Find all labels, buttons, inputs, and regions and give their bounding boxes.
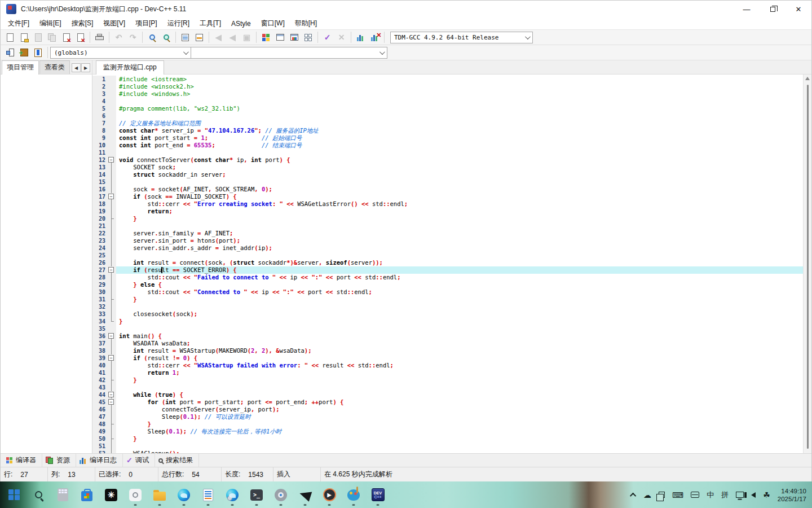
fold-gutter (107, 112, 116, 120)
syntax-check-button[interactable]: ✓ (320, 31, 334, 44)
menu-astyle[interactable]: AStyle (226, 19, 256, 29)
touchpad-icon[interactable] (691, 492, 699, 498)
tab-resources[interactable]: 资源 (42, 454, 76, 467)
code-line: 37 WSADATA wsaData; (92, 340, 803, 347)
menu-search[interactable]: 搜索[S] (67, 17, 99, 29)
start-button[interactable] (7, 485, 21, 505)
fold-collapse-icon[interactable]: − (107, 391, 116, 398)
forward-button[interactable]: ◀ (226, 31, 240, 44)
line-number: 31 (92, 296, 107, 303)
replace-button[interactable] (159, 31, 173, 44)
menu-window[interactable]: 窗口[W] (256, 17, 290, 29)
menu-view[interactable]: 视图[V] (98, 17, 130, 29)
fold-collapse-icon[interactable]: − (107, 332, 116, 340)
line-number: 25 (92, 252, 107, 259)
scrollbar-thumb[interactable] (807, 85, 809, 449)
minimize-button[interactable]: — (734, 1, 760, 17)
keyboard-icon[interactable]: ⌨ (672, 491, 683, 499)
scroll-up-arrow-icon[interactable] (805, 77, 810, 80)
menu-file[interactable]: 文件[F] (3, 17, 34, 29)
compiler-select[interactable]: TDM-GCC 4.9.2 64-bit Release (390, 32, 533, 43)
taskbar-edge-button[interactable] (176, 485, 191, 505)
tab-compiler[interactable]: 编译器 (3, 454, 42, 467)
panel-tab-scroll-left[interactable]: ◀ (72, 63, 81, 72)
menu-run[interactable]: 运行[R] (162, 17, 195, 29)
profile-button[interactable] (354, 31, 368, 44)
fold-collapse-icon[interactable]: − (107, 266, 116, 274)
tab-project-manager[interactable]: 项目管理 (2, 60, 39, 75)
stop-button[interactable]: ✕ (334, 31, 348, 44)
save-button[interactable] (31, 31, 45, 44)
taskbar-edge-profile-button[interactable] (225, 485, 240, 505)
taskbar-explorer-button[interactable] (152, 485, 167, 505)
save-all-icon (48, 33, 56, 42)
taskbar-store-button[interactable] (80, 485, 94, 505)
taskbar-recorder-button[interactable] (298, 485, 312, 505)
tab-debug[interactable]: ✓ 调试 (123, 454, 155, 467)
taskbar-paint-button[interactable] (346, 485, 361, 505)
code-editor[interactable]: 1#include <iostream>2#include <winsock2.… (92, 75, 811, 453)
speaker-icon[interactable] (751, 492, 756, 498)
run-button[interactable] (273, 31, 287, 44)
menu-help[interactable]: 帮助[H] (290, 17, 322, 29)
close-all-button[interactable]: ✕ (73, 31, 87, 44)
taskbar-chatgpt-button[interactable]: ✳ (104, 485, 118, 505)
members-select[interactable] (191, 47, 387, 59)
menu-edit[interactable]: 编辑[E] (34, 17, 67, 29)
rebuild-all-button[interactable] (301, 31, 315, 44)
new-unit-button[interactable] (3, 46, 17, 59)
display-cast-icon[interactable] (736, 492, 744, 498)
taskbar-calculator-button[interactable] (55, 485, 70, 505)
goto-line-button[interactable] (178, 31, 192, 44)
taskbar-clock[interactable]: 14:49:10 2025/1/17 (778, 487, 806, 503)
clipboard-icon[interactable] (659, 492, 665, 498)
redo-button[interactable]: ↷ (126, 31, 140, 44)
taskbar-app-button[interactable] (128, 485, 143, 505)
tab-compile-log[interactable]: 编译日志 (76, 454, 123, 467)
back-button[interactable]: ◀ (211, 31, 226, 44)
eco-leaf-icon[interactable]: ☘ (763, 491, 770, 499)
open-button[interactable] (17, 31, 31, 44)
goto-declaration-button[interactable]: ▣ (240, 31, 254, 44)
close-file-button[interactable]: ✕ (59, 31, 73, 44)
ime-mode-indicator[interactable]: 中 (707, 490, 714, 500)
print-button[interactable] (92, 31, 107, 44)
panel-tab-scroll-right[interactable]: ▶ (81, 63, 90, 72)
taskbar-terminal-button[interactable]: >_ (249, 485, 264, 505)
restore-button[interactable] (760, 1, 785, 17)
compile-button[interactable] (259, 31, 273, 44)
fold-collapse-icon[interactable]: − (107, 398, 116, 406)
code-text (116, 443, 803, 450)
project-manager-panel[interactable] (1, 75, 92, 453)
onedrive-cloud-icon[interactable]: ☁ (643, 491, 651, 499)
taskbar-devcpp-button[interactable]: DEVC++ (370, 485, 385, 505)
new-file-button[interactable] (3, 31, 17, 44)
tab-search-results[interactable]: 搜索结果 (155, 454, 199, 467)
tray-expand-chevron-icon[interactable] (630, 492, 636, 498)
editor-tab-active[interactable]: 监测开放端口.cpp (96, 60, 164, 75)
save-all-button[interactable] (45, 31, 59, 44)
menu-tools[interactable]: 工具[T] (195, 17, 226, 29)
code-line: 23 server.sin_port = htons(port); (92, 237, 803, 244)
taskbar-notepad-button[interactable] (201, 485, 215, 505)
ime-pinyin-indicator[interactable]: 拼 (721, 490, 729, 500)
compile-run-button[interactable] (287, 31, 301, 44)
editor-vertical-scrollbar[interactable] (803, 75, 811, 453)
close-button[interactable]: ✕ (785, 1, 811, 17)
taskbar-settings-button[interactable] (273, 485, 288, 505)
taskbar-search-button[interactable] (31, 485, 46, 505)
fold-collapse-icon[interactable]: − (107, 193, 116, 200)
undo-button[interactable]: ↶ (112, 31, 126, 44)
tab-class-browser[interactable]: 查看类 (39, 60, 70, 74)
line-number: 41 (92, 369, 107, 376)
taskbar-media-button[interactable]: ▶ (322, 485, 337, 505)
fold-collapse-icon[interactable]: − (107, 156, 116, 164)
globals-select[interactable]: (globals) (50, 47, 191, 59)
remove-unit-button[interactable] (31, 46, 45, 59)
menu-project[interactable]: 项目[P] (130, 17, 162, 29)
find-button[interactable] (145, 31, 159, 44)
swap-header-button[interactable] (192, 31, 206, 44)
add-to-project-button[interactable] (17, 46, 31, 59)
delete-profile-button[interactable]: ✕ (368, 31, 382, 44)
fold-collapse-icon[interactable]: − (107, 354, 116, 362)
